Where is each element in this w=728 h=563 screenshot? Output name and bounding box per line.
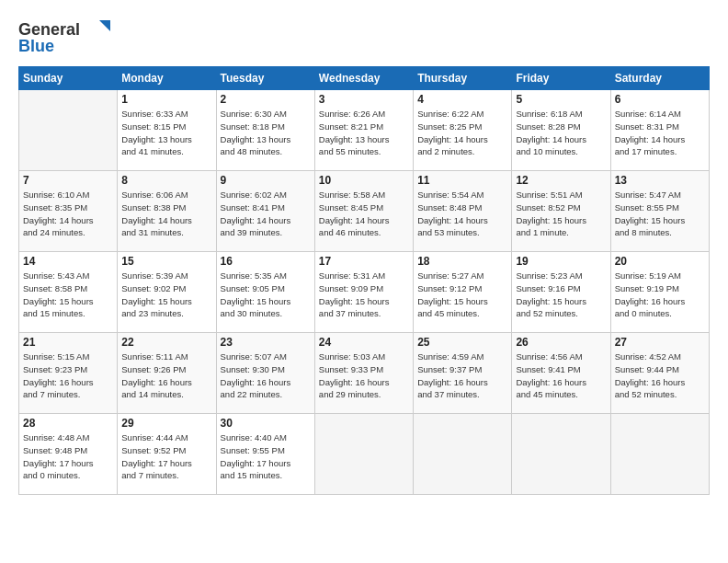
- day-cell: 17Sunrise: 5:31 AM Sunset: 9:09 PM Dayli…: [314, 252, 413, 333]
- col-header-tuesday: Tuesday: [216, 67, 314, 90]
- day-number: 30: [221, 417, 311, 430]
- day-cell: [512, 414, 610, 495]
- day-cell: 20Sunrise: 5:19 AM Sunset: 9:19 PM Dayli…: [610, 252, 709, 333]
- day-cell: 10Sunrise: 5:58 AM Sunset: 8:45 PM Dayli…: [314, 171, 413, 252]
- day-info: Sunrise: 6:26 AM Sunset: 8:21 PM Dayligh…: [319, 108, 409, 158]
- day-info: Sunrise: 4:52 AM Sunset: 9:44 PM Dayligh…: [615, 350, 705, 401]
- page: GeneralBlue SundayMondayTuesdayWednesday…: [0, 0, 728, 504]
- day-cell: 4Sunrise: 6:22 AM Sunset: 8:25 PM Daylig…: [414, 90, 512, 171]
- day-cell: [19, 90, 118, 171]
- day-cell: 29Sunrise: 4:44 AM Sunset: 9:52 PM Dayli…: [118, 414, 216, 495]
- day-info: Sunrise: 5:54 AM Sunset: 8:48 PM Dayligh…: [417, 189, 507, 239]
- day-number: 10: [319, 174, 409, 187]
- day-number: 17: [319, 255, 409, 268]
- day-info: Sunrise: 4:44 AM Sunset: 9:52 PM Dayligh…: [121, 431, 211, 482]
- day-cell: 8Sunrise: 6:06 AM Sunset: 8:38 PM Daylig…: [118, 171, 216, 252]
- day-info: Sunrise: 5:35 AM Sunset: 9:05 PM Dayligh…: [221, 270, 311, 320]
- day-number: 2: [221, 93, 311, 106]
- day-number: 6: [615, 93, 705, 106]
- day-number: 12: [516, 174, 606, 187]
- day-cell: 19Sunrise: 5:23 AM Sunset: 9:16 PM Dayli…: [512, 252, 610, 333]
- day-info: Sunrise: 6:22 AM Sunset: 8:25 PM Dayligh…: [417, 108, 507, 158]
- day-info: Sunrise: 6:02 AM Sunset: 8:41 PM Dayligh…: [221, 189, 311, 239]
- day-number: 15: [121, 255, 211, 268]
- day-number: 23: [221, 336, 311, 349]
- day-info: Sunrise: 4:40 AM Sunset: 9:55 PM Dayligh…: [221, 431, 311, 482]
- day-number: 5: [516, 93, 606, 106]
- day-cell: 16Sunrise: 5:35 AM Sunset: 9:05 PM Dayli…: [216, 252, 314, 333]
- day-cell: 12Sunrise: 5:51 AM Sunset: 8:52 PM Dayli…: [512, 171, 610, 252]
- day-info: Sunrise: 6:18 AM Sunset: 8:28 PM Dayligh…: [516, 108, 606, 158]
- day-cell: [414, 414, 512, 495]
- day-number: 4: [417, 93, 507, 106]
- day-number: 13: [615, 174, 705, 187]
- day-cell: 11Sunrise: 5:54 AM Sunset: 8:48 PM Dayli…: [414, 171, 512, 252]
- calendar-table: SundayMondayTuesdayWednesdayThursdayFrid…: [18, 66, 710, 495]
- day-number: 7: [23, 174, 113, 187]
- day-info: Sunrise: 5:58 AM Sunset: 8:45 PM Dayligh…: [319, 189, 409, 239]
- week-row-1: 1Sunrise: 6:33 AM Sunset: 8:15 PM Daylig…: [19, 90, 710, 171]
- day-number: 11: [417, 174, 507, 187]
- day-number: 19: [516, 255, 606, 268]
- week-row-4: 21Sunrise: 5:15 AM Sunset: 9:23 PM Dayli…: [19, 333, 710, 414]
- day-cell: 9Sunrise: 6:02 AM Sunset: 8:41 PM Daylig…: [216, 171, 314, 252]
- day-cell: 22Sunrise: 5:11 AM Sunset: 9:26 PM Dayli…: [118, 333, 216, 414]
- day-info: Sunrise: 5:43 AM Sunset: 8:58 PM Dayligh…: [23, 270, 113, 320]
- day-cell: [314, 414, 413, 495]
- day-cell: 7Sunrise: 6:10 AM Sunset: 8:35 PM Daylig…: [19, 171, 118, 252]
- day-info: Sunrise: 5:03 AM Sunset: 9:33 PM Dayligh…: [319, 350, 409, 401]
- day-cell: 3Sunrise: 6:26 AM Sunset: 8:21 PM Daylig…: [314, 90, 413, 171]
- day-cell: 5Sunrise: 6:18 AM Sunset: 8:28 PM Daylig…: [512, 90, 610, 171]
- day-number: 18: [417, 255, 507, 268]
- day-number: 24: [319, 336, 409, 349]
- col-header-friday: Friday: [512, 67, 610, 90]
- col-header-wednesday: Wednesday: [314, 67, 413, 90]
- day-number: 27: [615, 336, 705, 349]
- logo-svg: GeneralBlue: [18, 15, 129, 59]
- svg-text:General: General: [18, 20, 80, 39]
- calendar-header-row: SundayMondayTuesdayWednesdayThursdayFrid…: [19, 67, 710, 90]
- day-info: Sunrise: 6:30 AM Sunset: 8:18 PM Dayligh…: [221, 108, 311, 158]
- day-info: Sunrise: 5:07 AM Sunset: 9:30 PM Dayligh…: [221, 350, 311, 401]
- col-header-saturday: Saturday: [610, 67, 709, 90]
- day-info: Sunrise: 6:33 AM Sunset: 8:15 PM Dayligh…: [121, 108, 211, 158]
- logo: GeneralBlue: [18, 15, 129, 59]
- week-row-5: 28Sunrise: 4:48 AM Sunset: 9:48 PM Dayli…: [19, 414, 710, 495]
- day-info: Sunrise: 5:47 AM Sunset: 8:55 PM Dayligh…: [615, 189, 705, 239]
- day-number: 16: [221, 255, 311, 268]
- col-header-sunday: Sunday: [19, 67, 118, 90]
- day-info: Sunrise: 4:59 AM Sunset: 9:37 PM Dayligh…: [417, 350, 507, 401]
- day-cell: 2Sunrise: 6:30 AM Sunset: 8:18 PM Daylig…: [216, 90, 314, 171]
- day-number: 9: [221, 174, 311, 187]
- day-cell: [610, 414, 709, 495]
- day-info: Sunrise: 5:51 AM Sunset: 8:52 PM Dayligh…: [516, 189, 606, 239]
- day-number: 1: [121, 93, 211, 106]
- week-row-2: 7Sunrise: 6:10 AM Sunset: 8:35 PM Daylig…: [19, 171, 710, 252]
- day-cell: 24Sunrise: 5:03 AM Sunset: 9:33 PM Dayli…: [314, 333, 413, 414]
- day-number: 3: [319, 93, 409, 106]
- day-info: Sunrise: 6:14 AM Sunset: 8:31 PM Dayligh…: [615, 108, 705, 158]
- day-info: Sunrise: 5:39 AM Sunset: 9:02 PM Dayligh…: [121, 270, 211, 320]
- day-info: Sunrise: 5:31 AM Sunset: 9:09 PM Dayligh…: [319, 270, 409, 320]
- day-info: Sunrise: 4:48 AM Sunset: 9:48 PM Dayligh…: [23, 431, 113, 482]
- svg-marker-2: [99, 20, 110, 31]
- header: GeneralBlue: [18, 15, 710, 59]
- day-cell: 13Sunrise: 5:47 AM Sunset: 8:55 PM Dayli…: [610, 171, 709, 252]
- day-number: 26: [516, 336, 606, 349]
- day-cell: 25Sunrise: 4:59 AM Sunset: 9:37 PM Dayli…: [414, 333, 512, 414]
- day-info: Sunrise: 5:27 AM Sunset: 9:12 PM Dayligh…: [417, 270, 507, 320]
- day-cell: 28Sunrise: 4:48 AM Sunset: 9:48 PM Dayli…: [19, 414, 118, 495]
- day-cell: 23Sunrise: 5:07 AM Sunset: 9:30 PM Dayli…: [216, 333, 314, 414]
- day-number: 14: [23, 255, 113, 268]
- svg-text:Blue: Blue: [18, 37, 54, 55]
- day-cell: 21Sunrise: 5:15 AM Sunset: 9:23 PM Dayli…: [19, 333, 118, 414]
- day-info: Sunrise: 4:56 AM Sunset: 9:41 PM Dayligh…: [516, 350, 606, 401]
- day-info: Sunrise: 5:15 AM Sunset: 9:23 PM Dayligh…: [23, 350, 113, 401]
- day-cell: 6Sunrise: 6:14 AM Sunset: 8:31 PM Daylig…: [610, 90, 709, 171]
- week-row-3: 14Sunrise: 5:43 AM Sunset: 8:58 PM Dayli…: [19, 252, 710, 333]
- col-header-thursday: Thursday: [414, 67, 512, 90]
- col-header-monday: Monday: [118, 67, 216, 90]
- day-number: 25: [417, 336, 507, 349]
- day-number: 22: [121, 336, 211, 349]
- day-number: 21: [23, 336, 113, 349]
